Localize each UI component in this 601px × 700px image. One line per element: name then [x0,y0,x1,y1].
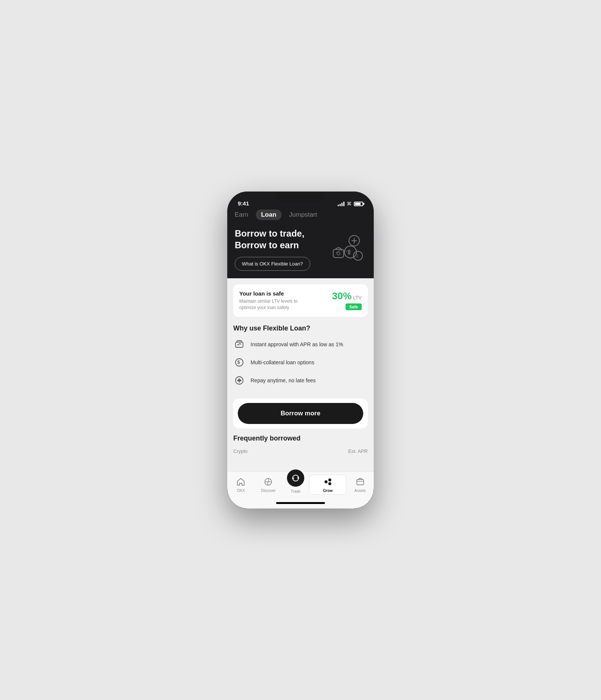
svg-rect-9 [236,342,243,347]
frequently-heading: Frequently borrowed [233,434,368,442]
assets-icon [355,477,365,487]
hero-section: Borrow to trade, Borrow to earn What is … [235,228,366,271]
tab-jumpstart[interactable]: Jumpstart [289,210,317,220]
svg-text:Ξ: Ξ [356,253,358,258]
bottom-nav: OKX Discover [227,471,374,502]
nav-label-discover: Discover [261,489,276,493]
feature-text-approval: Instant approval with APR as low as 1% [251,341,343,347]
home-indicator [276,502,325,504]
table-header: Crypto Est. APR [233,447,368,456]
col-crypto: Crypto [233,448,248,454]
crypto-illustration: ₿ Ξ [329,232,366,266]
nav-label-grow: Grow [323,489,333,493]
loan-safe-desc: Maintain similar LTV levels to optimize … [239,298,307,311]
feature-item-collateral: $ Multi-collateral loan options [233,356,368,368]
nav-item-grow[interactable]: Grow [309,475,346,495]
loan-safe-title: Your loan is safe [239,290,307,297]
grow-icon [323,477,333,487]
svg-rect-7 [333,249,344,258]
tabs-container: Earn Loan Jumpstart [235,210,366,220]
collateral-icon: $ [233,356,245,368]
svg-text:₿: ₿ [348,249,350,255]
borrow-more-button[interactable]: Borrow more [238,403,363,424]
loan-safety-card: Your loan is safe Maintain similar LTV l… [233,284,368,317]
loan-ltv: 30% LTV Safe [332,290,362,310]
battery-icon [354,202,363,206]
svg-point-14 [325,480,328,483]
loan-card-info: Your loan is safe Maintain similar LTV l… [239,290,307,311]
flexible-loan-button[interactable]: What is OKX Flexible Loan? [235,257,310,271]
main-content: Your loan is safe Maintain similar LTV l… [227,278,374,471]
nav-label-okx: OKX [237,489,245,493]
frequently-section: Frequently borrowed Crypto Est. APR [227,434,374,456]
repay-icon [233,374,245,386]
trade-circle [286,468,305,488]
tab-earn[interactable]: Earn [235,210,248,220]
feature-text-repay: Repay anytime, no late fees [251,377,316,383]
col-apr: Est. APR [348,448,368,454]
svg-point-16 [328,482,331,485]
notch [276,192,325,202]
nav-item-trade[interactable]: Trade [282,476,310,493]
nav-item-assets[interactable]: Assets [346,477,374,493]
borrow-section: Borrow more [233,398,368,428]
nav-label-assets: Assets [355,489,366,493]
status-icons: ⌘ [338,201,363,207]
feature-item-repay: Repay anytime, no late fees [233,374,368,386]
status-time: 9:41 [238,200,249,207]
home-icon [236,477,246,487]
approval-icon [233,338,245,350]
phone-device: 9:41 ⌘ Earn Loan Jumpstart [227,192,374,508]
svg-text:$: $ [237,360,240,365]
svg-point-8 [337,252,340,255]
svg-point-3 [344,246,356,258]
why-section: Why use Flexible Loan? Instant approval … [227,323,374,398]
feature-text-collateral: Multi-collateral loan options [251,359,314,365]
hero-headline: Borrow to trade, Borrow to earn [235,228,310,251]
ltv-value: 30% LTV [332,290,362,302]
why-heading: Why use Flexible Loan? [233,324,368,332]
svg-point-15 [328,478,331,481]
feature-item-approval: Instant approval with APR as low as 1% [233,338,368,350]
phone-screen: 9:41 ⌘ Earn Loan Jumpstart [227,192,374,508]
tab-loan[interactable]: Loan [256,210,282,220]
hero-text: Borrow to trade, Borrow to earn What is … [235,228,310,271]
signal-icon [338,202,344,206]
nav-label-trade: Trade [291,489,300,493]
safe-badge: Safe [346,303,362,310]
discover-icon [263,477,273,487]
wifi-icon: ⌘ [347,201,352,207]
nav-item-discover[interactable]: Discover [255,477,282,493]
svg-rect-17 [357,480,364,485]
header-section: Earn Loan Jumpstart Borrow to trade, Bor… [227,210,374,278]
nav-item-okx[interactable]: OKX [227,477,255,493]
